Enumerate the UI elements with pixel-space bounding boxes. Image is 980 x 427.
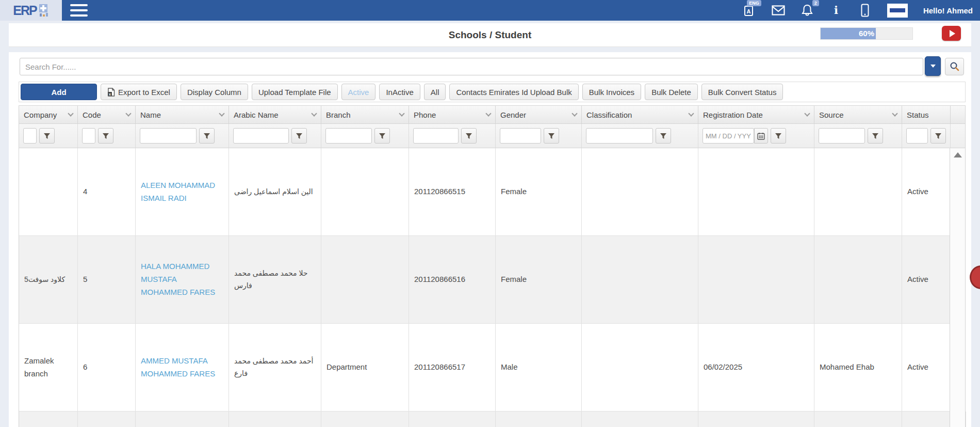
language-icon[interactable]: A ENG: [743, 4, 756, 17]
chevron-down-icon[interactable]: [688, 110, 694, 116]
classification-filter-input[interactable]: [586, 128, 653, 144]
table-row[interactable]: Zamalek branch 6 AMMED MUSTAFA MOHAMMED …: [19, 324, 965, 412]
bulk-invoices-button[interactable]: Bulk Invoices: [582, 84, 641, 100]
cell-code: 4: [78, 148, 136, 235]
column-header-branch[interactable]: Branch: [321, 106, 409, 123]
column-header-classification[interactable]: Classification: [582, 106, 698, 123]
code-filter-button[interactable]: [98, 128, 113, 144]
column-header-phone[interactable]: Phone: [409, 106, 496, 123]
student-name-link[interactable]: AMMED MUSTAFA MOHAMMED FARES: [136, 324, 229, 411]
notifications-bell-icon[interactable]: 2: [801, 4, 814, 17]
filter-cell-status: [902, 124, 951, 148]
chevron-down-icon[interactable]: [219, 110, 224, 116]
branch-filter-button[interactable]: [374, 128, 390, 144]
phone-filter-button[interactable]: [461, 128, 477, 144]
name-filter-input[interactable]: [140, 128, 197, 144]
column-header-stub: [951, 106, 966, 123]
app-logo[interactable]: ERP: [0, 0, 62, 21]
table-row[interactable]: 4 ALEEN MOHAMMAD ISMAIL RADI الين اسلام …: [19, 148, 965, 236]
progress-label: 60%: [821, 29, 912, 38]
mail-icon[interactable]: [772, 4, 785, 17]
title-bar: Schools / Student 60%: [9, 23, 971, 47]
gender-filter-input[interactable]: [500, 128, 541, 144]
chevron-down-icon[interactable]: [571, 110, 577, 116]
search-options-dropdown-button[interactable]: [925, 56, 941, 76]
info-icon[interactable]: i: [829, 4, 843, 17]
student-name-link[interactable]: ALEEN MOHAMMAD ISMAIL RADI: [136, 148, 229, 235]
funnel-icon: [379, 133, 386, 139]
name-filter-button[interactable]: [199, 128, 215, 144]
arabic-name-filter-button[interactable]: [291, 128, 307, 144]
chevron-down-icon[interactable]: [125, 110, 131, 116]
company-filter-button[interactable]: [39, 128, 55, 144]
classification-filter-button[interactable]: [656, 128, 671, 144]
bulk-convert-status-button[interactable]: Bulk Convert Status: [701, 84, 783, 100]
hamburger-menu-icon[interactable]: [70, 4, 88, 17]
column-header-arabic-name[interactable]: Arabic Name: [229, 106, 321, 123]
company-filter-input[interactable]: [23, 128, 37, 144]
table-filter-row: [19, 124, 965, 148]
column-header-name[interactable]: Name: [136, 106, 229, 123]
column-header-code[interactable]: Code: [78, 106, 136, 123]
chevron-down-icon[interactable]: [892, 110, 897, 116]
upload-template-file-button[interactable]: Upload Template File: [252, 84, 338, 100]
scroll-up-arrow-icon[interactable]: [954, 152, 962, 157]
funnel-icon: [548, 133, 555, 139]
column-header-registration-date[interactable]: Registration Date: [698, 106, 814, 123]
filter-cell-code: [78, 124, 136, 148]
cell-source: [814, 148, 902, 235]
table-row-partial[interactable]: [19, 412, 965, 427]
add-button[interactable]: Add: [21, 84, 97, 100]
calendar-button[interactable]: [754, 128, 768, 144]
chevron-down-icon[interactable]: [804, 110, 810, 116]
filter-active-button[interactable]: Active: [341, 84, 376, 100]
chevron-down-icon[interactable]: [311, 110, 317, 116]
phone-filter-input[interactable]: [413, 128, 459, 144]
registration-date-filter-input[interactable]: [703, 128, 754, 144]
chevron-down-icon[interactable]: [485, 110, 491, 116]
filter-all-button[interactable]: All: [424, 84, 446, 100]
registration-date-filter-button[interactable]: [771, 128, 786, 144]
cell-code: 6: [78, 324, 136, 411]
search-input[interactable]: [20, 58, 923, 75]
column-header-gender[interactable]: Gender: [496, 106, 582, 123]
code-filter-input[interactable]: [82, 128, 95, 144]
source-filter-button[interactable]: [868, 128, 883, 144]
bulk-delete-button[interactable]: Bulk Delete: [645, 84, 698, 100]
filter-cell-branch: [321, 124, 409, 148]
cell-gender: Female: [496, 236, 582, 323]
excel-file-icon: x: [107, 88, 115, 97]
floating-action-button-partial[interactable]: [970, 265, 980, 289]
table-vertical-scrollbar[interactable]: [950, 148, 965, 427]
column-header-status[interactable]: Status: [902, 106, 951, 123]
funnel-icon: [43, 133, 51, 139]
cell-company: Zamalek branch: [19, 324, 78, 411]
column-header-company[interactable]: Company: [19, 106, 78, 123]
status-filter-input[interactable]: [906, 128, 928, 144]
branch-filter-input[interactable]: [325, 128, 372, 144]
export-to-excel-button[interactable]: x Export to Excel: [101, 84, 177, 100]
mobile-icon[interactable]: [858, 4, 872, 17]
filter-inactive-button[interactable]: InActive: [379, 84, 420, 100]
help-video-button[interactable]: [942, 26, 961, 41]
company-logo-flag[interactable]: [887, 4, 908, 18]
table-row[interactable]: كلاود سوفت5 5 HALA MOHAMMED MUSTAFA MOHA…: [19, 236, 965, 324]
source-filter-input[interactable]: [819, 128, 865, 144]
status-filter-button[interactable]: [930, 128, 946, 144]
top-navbar: ERP A ENG: [0, 0, 980, 21]
gender-filter-button[interactable]: [544, 128, 559, 144]
student-name-link[interactable]: HALA MOHAMMED MUSTAFA MOHAMMED FARES: [136, 236, 229, 323]
column-header-source[interactable]: Source: [814, 106, 902, 123]
company-logo-strip: [890, 8, 905, 12]
chevron-down-icon[interactable]: [399, 110, 404, 116]
filter-cell-company: [19, 124, 78, 148]
user-greeting[interactable]: Hello! Ahmed: [923, 6, 973, 15]
display-column-button[interactable]: Display Column: [181, 84, 248, 100]
contacts-emirates-id-upload-bulk-button[interactable]: Contacts Emirates Id Upload Bulk: [449, 84, 578, 100]
arabic-name-filter-input[interactable]: [233, 128, 289, 144]
funnel-icon: [203, 133, 210, 139]
chevron-down-icon[interactable]: [68, 110, 73, 116]
cell-classification: [582, 236, 698, 323]
search-button[interactable]: [945, 58, 964, 75]
cell-company: [19, 148, 78, 235]
